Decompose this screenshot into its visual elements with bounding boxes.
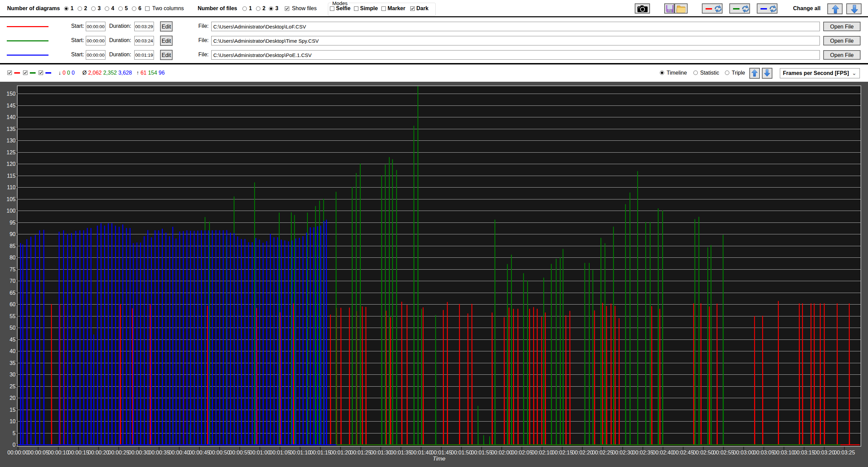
svg-text:90: 90: [9, 231, 16, 237]
svg-text:00:02:00: 00:02:00: [491, 450, 512, 455]
svg-text:110: 110: [7, 184, 16, 190]
svg-text:00:02:35: 00:02:35: [632, 450, 653, 455]
svg-text:135: 135: [6, 126, 16, 132]
svg-text:25: 25: [9, 384, 16, 389]
svg-text:10: 10: [9, 419, 16, 424]
svg-text:00:02:15: 00:02:15: [552, 450, 573, 455]
svg-text:00:01:35: 00:01:35: [390, 450, 411, 455]
svg-text:00:01:25: 00:01:25: [350, 450, 371, 455]
svg-text:145: 145: [6, 103, 16, 109]
svg-text:00:00:35: 00:00:35: [149, 450, 170, 455]
svg-text:120: 120: [6, 161, 16, 167]
svg-text:75: 75: [9, 267, 16, 272]
svg-text:00:03:05: 00:03:05: [753, 450, 774, 455]
svg-text:80: 80: [9, 255, 16, 260]
svg-text:00:01:50: 00:01:50: [451, 450, 472, 455]
svg-text:Time: Time: [433, 455, 446, 462]
svg-text:00:02:45: 00:02:45: [673, 450, 694, 455]
svg-text:00:00:55: 00:00:55: [229, 450, 250, 455]
svg-text:00:02:40: 00:02:40: [652, 450, 673, 455]
svg-text:00:01:05: 00:01:05: [270, 450, 291, 455]
svg-text:00:01:00: 00:01:00: [249, 450, 270, 455]
svg-text:00:01:40: 00:01:40: [411, 450, 432, 455]
svg-text:00:00:50: 00:00:50: [209, 450, 230, 455]
svg-text:00:02:05: 00:02:05: [511, 450, 532, 455]
svg-text:30: 30: [9, 372, 16, 377]
svg-text:00:01:20: 00:01:20: [330, 450, 351, 455]
svg-text:20: 20: [9, 395, 16, 401]
svg-text:00:00:45: 00:00:45: [189, 450, 210, 455]
svg-text:00:00:00: 00:00:00: [7, 450, 28, 455]
svg-text:00:00:05: 00:00:05: [27, 450, 48, 455]
svg-text:00:00:30: 00:00:30: [129, 450, 150, 455]
svg-text:00:03:25: 00:03:25: [834, 450, 855, 455]
svg-text:100: 100: [6, 208, 16, 214]
svg-text:60: 60: [9, 301, 16, 307]
svg-text:65: 65: [9, 290, 16, 296]
svg-text:00:02:10: 00:02:10: [532, 450, 553, 455]
svg-text:70: 70: [9, 278, 16, 284]
svg-text:140: 140: [6, 114, 16, 120]
svg-text:00:03:15: 00:03:15: [793, 450, 814, 455]
svg-text:5: 5: [13, 430, 16, 436]
svg-text:00:00:10: 00:00:10: [48, 450, 69, 455]
svg-text:150: 150: [6, 91, 16, 97]
svg-text:00:01:45: 00:01:45: [431, 450, 452, 455]
svg-text:00:03:00: 00:03:00: [733, 450, 754, 455]
svg-text:00:00:20: 00:00:20: [88, 450, 109, 455]
svg-text:45: 45: [9, 337, 16, 343]
svg-text:00:00:15: 00:00:15: [68, 450, 89, 455]
svg-text:115: 115: [7, 173, 16, 179]
svg-text:00:03:10: 00:03:10: [773, 450, 794, 455]
svg-text:35: 35: [9, 360, 16, 366]
svg-text:50: 50: [9, 325, 16, 331]
svg-text:85: 85: [9, 243, 16, 249]
svg-text:00:02:55: 00:02:55: [713, 450, 734, 455]
svg-text:15: 15: [9, 407, 16, 413]
svg-text:00:02:30: 00:02:30: [612, 450, 633, 455]
svg-text:0: 0: [13, 442, 16, 448]
svg-text:00:03:20: 00:03:20: [814, 450, 835, 455]
svg-text:40: 40: [9, 348, 16, 354]
svg-text:00:02:50: 00:02:50: [693, 450, 714, 455]
svg-text:125: 125: [6, 150, 16, 155]
svg-text:00:01:10: 00:01:10: [290, 450, 311, 455]
svg-text:00:00:25: 00:00:25: [108, 450, 129, 455]
svg-text:00:00:40: 00:00:40: [169, 450, 190, 455]
svg-text:95: 95: [9, 220, 16, 226]
svg-text:00:01:55: 00:01:55: [471, 450, 492, 455]
svg-text:00:02:25: 00:02:25: [592, 450, 613, 455]
svg-text:130: 130: [6, 138, 16, 143]
svg-text:105: 105: [6, 196, 16, 202]
svg-text:55: 55: [9, 313, 16, 319]
svg-text:00:02:20: 00:02:20: [572, 450, 593, 455]
svg-text:00:01:15: 00:01:15: [310, 450, 331, 455]
svg-text:00:01:30: 00:01:30: [370, 450, 391, 455]
